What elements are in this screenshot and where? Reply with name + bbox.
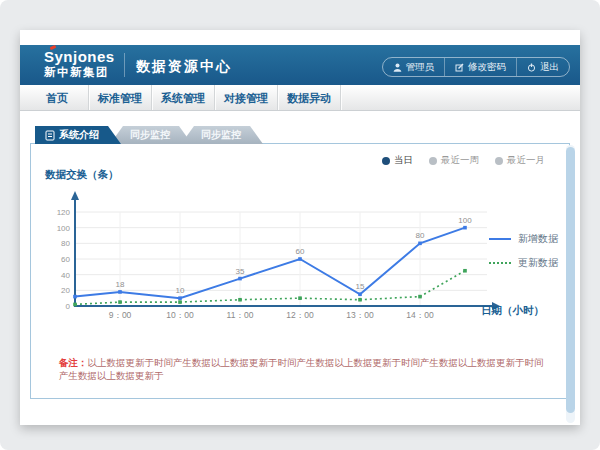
svg-text:100: 100 [458, 216, 472, 225]
svg-text:12：00: 12：00 [286, 310, 314, 320]
svg-text:100: 100 [57, 224, 71, 233]
chart-legend: 新增数据 更新数据 [489, 232, 558, 280]
nav-item-standard-mgmt[interactable]: 标准管理 [89, 85, 152, 110]
footnote: 备注：以上数据更新于时间产生数据以上数据更新于时间产生数据以上数据更新于时间产生… [59, 356, 549, 383]
tab-system-intro[interactable]: 系统介绍 [35, 126, 121, 144]
tab-label: 同步监控 [130, 129, 170, 140]
footnote-label: 备注： [59, 357, 88, 368]
x-axis-label: 日期（小时） [481, 304, 544, 318]
scrollbar-track[interactable] [566, 145, 575, 423]
svg-text:10：00: 10：00 [166, 310, 194, 320]
svg-text:120: 120 [57, 208, 71, 217]
svg-text:10: 10 [176, 286, 185, 295]
nav-item-home[interactable]: 首页 [26, 85, 89, 110]
change-password-button[interactable]: 修改密码 [444, 58, 516, 76]
logout-button[interactable]: 退出 [516, 58, 569, 76]
logo-main-text: Synjones [44, 48, 115, 65]
radio-unselected-icon [495, 157, 503, 165]
nav-item-data-change[interactable]: 数据异动 [278, 85, 341, 110]
main-nav: 首页 标准管理 系统管理 对接管理 数据异动 [20, 85, 580, 111]
power-icon [527, 63, 536, 72]
user-menu: 管理员 修改密码 退出 [382, 57, 571, 77]
y-axis-label: 数据交换（条） [45, 168, 119, 182]
radio-option-today[interactable]: 当日 [382, 154, 413, 167]
svg-text:80: 80 [416, 231, 425, 240]
svg-text:60: 60 [296, 247, 305, 256]
legend-line-solid-icon [489, 238, 511, 240]
tab-label: 同步监控 [201, 129, 241, 140]
logo-subtext: 新中新集团 [44, 66, 115, 79]
header-divider [124, 53, 125, 77]
footnote-text: 以上数据更新于时间产生数据以上数据更新于时间产生数据以上数据更新于时间产生数据以… [59, 357, 544, 381]
page: Synjones 新中新集团 数据资源中心 管理员 [20, 30, 580, 425]
app-window: Synjones 新中新集团 数据资源中心 管理员 [0, 0, 600, 450]
user-label: 管理员 [406, 61, 435, 74]
document-icon [45, 130, 55, 141]
nav-item-interface-mgmt[interactable]: 对接管理 [215, 85, 278, 110]
tab-label: 系统介绍 [59, 126, 99, 144]
radio-label: 最近一周 [441, 154, 479, 167]
tab-sync-monitor-2[interactable]: 同步监控 [181, 126, 263, 144]
svg-text:20: 20 [61, 286, 70, 295]
nav-item-system-mgmt[interactable]: 系统管理 [152, 85, 215, 110]
page-title: 数据资源中心 [136, 58, 232, 76]
brand-logo: Synjones 新中新集团 [44, 49, 115, 78]
legend-label: 新增数据 [518, 232, 558, 246]
radio-label: 当日 [394, 154, 413, 167]
legend-label: 更新数据 [518, 256, 558, 270]
svg-text:15: 15 [356, 282, 365, 291]
user-button[interactable]: 管理员 [383, 58, 445, 76]
line-chart: 0204060801001209：0010：0011：0012：0013：001… [45, 190, 515, 330]
radio-option-last-month[interactable]: 最近一月 [495, 154, 545, 167]
user-icon [393, 63, 402, 72]
legend-line-dotted-icon [489, 262, 511, 264]
svg-text:35: 35 [236, 267, 245, 276]
chart-panel: 当日 最近一周 最近一月 数据交换（条） 0204060801001209：00… [30, 143, 570, 399]
svg-text:18: 18 [116, 280, 125, 289]
logout-label: 退出 [540, 61, 559, 74]
tab-bar: 系统介绍 同步监控 同步监控 [35, 126, 263, 144]
radio-option-last-week[interactable]: 最近一周 [429, 154, 479, 167]
scrollbar-thumb[interactable] [566, 147, 575, 413]
range-filter-group: 当日 最近一周 最近一月 [382, 154, 545, 167]
radio-unselected-icon [429, 157, 437, 165]
edit-icon [455, 63, 464, 72]
svg-text:9：00: 9：00 [109, 310, 132, 320]
legend-item-updated-data: 更新数据 [489, 256, 558, 270]
header-bar: Synjones 新中新集团 数据资源中心 管理员 [20, 45, 580, 85]
svg-text:80: 80 [61, 239, 70, 248]
legend-item-new-data: 新增数据 [489, 232, 558, 246]
svg-text:0: 0 [66, 302, 71, 311]
svg-text:13：00: 13：00 [346, 310, 374, 320]
logo-text: Synjones [44, 49, 115, 66]
svg-text:60: 60 [61, 255, 70, 264]
svg-text:14：00: 14：00 [406, 310, 434, 320]
radio-label: 最近一月 [507, 154, 545, 167]
svg-text:40: 40 [61, 271, 70, 280]
radio-selected-icon [382, 157, 390, 165]
svg-text:11：00: 11：00 [227, 310, 254, 320]
tab-sync-monitor-1[interactable]: 同步监控 [110, 126, 192, 144]
change-password-label: 修改密码 [468, 61, 506, 74]
